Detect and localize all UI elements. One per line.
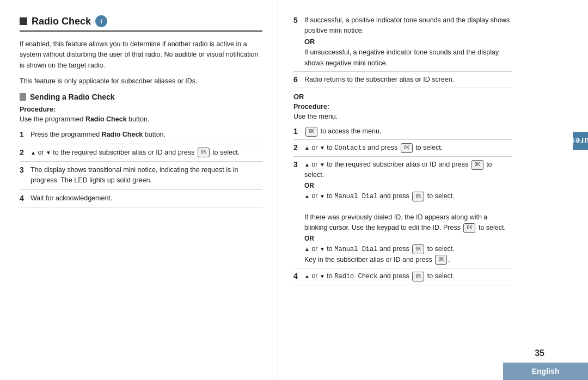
- step-3-text: The display shows transitional mini noti…: [30, 165, 262, 186]
- menu-step-1: 1 OK to access the menu.: [293, 126, 512, 140]
- procedure-text-left: Use the programmed Radio Check button.: [20, 114, 262, 125]
- page-number: 35: [535, 348, 544, 358]
- menu-step-3: 3 ▲ or ▼ to the required subscriber alia…: [293, 160, 512, 268]
- menu-step-4: 4 ▲ or ▼ to Radio Check and press OK to …: [293, 271, 512, 285]
- or-label-5: OR: [304, 38, 315, 46]
- step-3-left: 3 The display shows transitional mini no…: [20, 165, 262, 190]
- sub-section-title-text: Sending a Radio Check: [30, 93, 115, 101]
- arrow-down-2: ▼: [320, 145, 325, 151]
- step-2-left: 2 ▲ or ▼ to the required subscriber alia…: [20, 148, 262, 162]
- ok-btn-menu-3a: OK: [471, 160, 483, 170]
- arrow-up-4: ▲: [304, 273, 310, 279]
- ok-btn-menu-1: OK: [305, 127, 317, 137]
- left-column: Radio Check i If enabled, this feature a…: [0, 0, 278, 380]
- ok-button-icon: OK: [198, 148, 210, 157]
- ok-btn-menu-3d: OK: [412, 244, 424, 254]
- menu-step-2: 2 ▲ or ▼ to Contacts and press OK to sel…: [293, 143, 512, 157]
- intro-text-1: If enabled, this feature allows you to d…: [20, 39, 262, 71]
- step-1-left: 1 Press the programmed Radio Check butto…: [20, 130, 262, 144]
- ok-btn-menu-3b: OK: [412, 192, 424, 201]
- info-icon: i: [95, 15, 107, 27]
- step-4-text: Wait for acknowledgement.: [30, 193, 262, 204]
- right-column: 5 If successful, a positive indicator to…: [278, 0, 544, 380]
- advanced-features-tab: Advanced Features: [573, 132, 588, 150]
- arrow-down-icon: ▼: [46, 150, 51, 156]
- ok-btn-menu-3e: OK: [435, 255, 447, 265]
- arrow-up-3b: ▲: [304, 193, 310, 199]
- top-divider: [20, 30, 262, 32]
- title-bar-icon: [20, 17, 27, 25]
- arrow-down-3c: ▼: [320, 246, 325, 252]
- step-6-text: Radio returns to the subscriber alias or…: [304, 75, 512, 85]
- or-label-3a: OR: [304, 182, 314, 189]
- or-divider-label: OR: [293, 93, 512, 101]
- ok-btn-menu-2: OK: [401, 143, 413, 153]
- language-footer: English: [503, 363, 588, 380]
- step-6-right: 6 Radio returns to the subscriber alias …: [293, 75, 512, 88]
- intro-text-2: This feature is only applicable for subs…: [20, 76, 262, 87]
- procedure-label-left: Procedure:: [20, 106, 262, 113]
- arrow-down-4: ▼: [320, 273, 325, 279]
- page-container: Radio Check i If enabled, this feature a…: [0, 0, 588, 380]
- sub-section-title: Sending a Radio Check: [20, 93, 262, 101]
- arrow-up-icon: ▲: [30, 150, 36, 156]
- ok-btn-menu-3c: OK: [463, 223, 475, 233]
- arrow-down-3b: ▼: [320, 193, 325, 199]
- ok-btn-menu-4: OK: [412, 272, 424, 281]
- or-label-3b: OR: [304, 235, 314, 242]
- section-title: Radio Check i: [20, 15, 262, 27]
- arrow-up-2: ▲: [304, 145, 310, 151]
- step-5-right: 5 If successful, a positive indicator to…: [293, 15, 512, 72]
- arrow-up-3c: ▲: [304, 246, 310, 252]
- section-title-text: Radio Check: [32, 16, 91, 27]
- sub-section-icon: [20, 93, 26, 101]
- arrow-up-3a: ▲: [304, 162, 310, 168]
- arrow-down-3a: ▼: [320, 162, 325, 168]
- procedure-label-right: Procedure:: [293, 103, 512, 111]
- step-4-left: 4 Wait for acknowledgement.: [20, 193, 262, 207]
- procedure-text-right: Use the menu.: [293, 112, 512, 122]
